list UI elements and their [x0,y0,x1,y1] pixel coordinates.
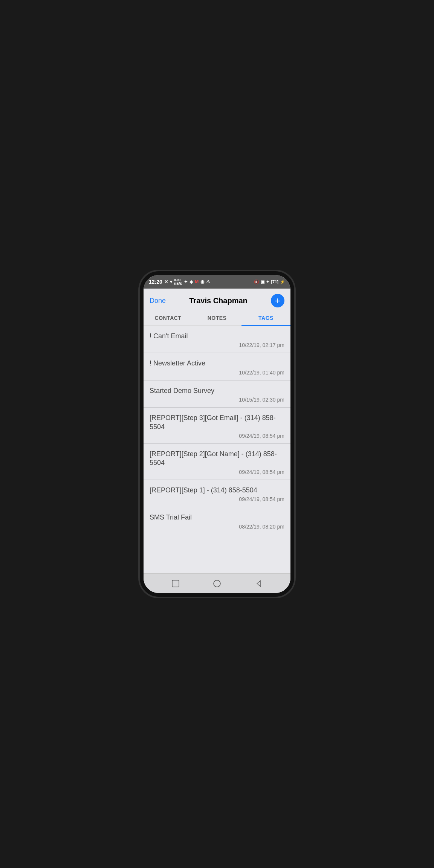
page-title: Travis Chapman [166,296,271,305]
tab-tags[interactable]: TAGS [241,310,290,326]
status-left: 12:20 ✕ ▾ 0.00KB/S ✦ ◈ M ◉ ⚠ [149,278,210,286]
plus-icon: + [275,296,280,306]
tag-label: [REPORT][Step 1] - (314) 858-5504 [150,486,284,495]
charging-icon: ⚡ [280,280,285,284]
status-time: 12:20 [149,279,162,285]
tag-item[interactable]: [REPORT][Step 2][Got Name] - (314) 858-5… [144,444,290,480]
map-icon: ◈ [189,279,193,284]
done-button[interactable]: Done [150,297,166,305]
bluetooth-icon: ✦ [184,279,188,284]
nav-back-icon[interactable] [253,578,264,589]
add-button[interactable]: + [271,294,284,307]
tag-item[interactable]: Started Demo Survey10/15/19, 02:30 pm [144,381,290,408]
battery-level: [71] [271,280,278,284]
svg-rect-0 [172,580,179,587]
tag-label: [REPORT][Step 3][Got Email] - (314) 858-… [150,414,284,431]
tag-label: ! Can't Email [150,332,284,341]
tab-notes[interactable]: NOTES [193,310,241,326]
tag-item[interactable]: [REPORT][Step 1] - (314) 858-550409/24/1… [144,480,290,507]
sim-icon: ✕ [164,279,168,284]
tag-date: 10/22/19, 02:17 pm [150,342,284,348]
status-bar: 12:20 ✕ ▾ 0.00KB/S ✦ ◈ M ◉ ⚠ 🔇 ▣ ✦ [71] … [144,275,290,289]
tag-label: ! Newsletter Active [150,359,284,368]
tag-item[interactable]: ! Newsletter Active10/22/19, 01:40 pm [144,353,290,380]
phone-frame: 12:20 ✕ ▾ 0.00KB/S ✦ ◈ M ◉ ⚠ 🔇 ▣ ✦ [71] … [144,275,290,593]
bt-icon: ✦ [266,280,269,284]
tag-label: [REPORT][Step 2][Got Name] - (314) 858-5… [150,450,284,468]
tag-date: 08/22/19, 08:20 pm [150,524,284,530]
tag-label: Started Demo Survey [150,387,284,395]
tag-date: 09/24/19, 08:54 pm [150,433,284,439]
status-right: 🔇 ▣ ✦ [71] ⚡ [254,280,285,284]
nav-square-icon[interactable] [170,578,181,589]
tab-contact[interactable]: CONTACT [144,310,193,326]
tag-date: 09/24/19, 08:54 pm [150,496,284,502]
extra-icon1: ◉ [200,279,204,284]
tag-date: 10/15/19, 02:30 pm [150,397,284,403]
bottom-nav [144,573,290,593]
wifi-icon: ▾ [170,279,172,284]
speed-indicator: 0.00KB/S [174,278,182,286]
svg-point-1 [214,580,220,587]
header: Done Travis Chapman + [144,289,290,310]
nav-home-icon[interactable] [212,578,222,589]
tab-bar: CONTACT NOTES TAGS [144,310,290,326]
extra-icon2: ⚠ [206,279,210,284]
vibrate-icon: ▣ [261,280,264,284]
tag-label: SMS Trial Fail [150,513,284,522]
tag-date: 09/24/19, 08:54 pm [150,469,284,475]
svg-marker-2 [257,581,261,587]
tag-item[interactable]: ! Can't Email10/22/19, 02:17 pm [144,326,290,353]
tag-item[interactable]: [REPORT][Step 3][Got Email] - (314) 858-… [144,408,290,444]
tag-list: ! Can't Email10/22/19, 02:17 pm! Newslet… [144,326,290,573]
mute-icon: 🔇 [254,280,259,284]
mail-icon: M [195,279,199,284]
tag-item[interactable]: SMS Trial Fail08/22/19, 08:20 pm [144,507,290,534]
app-content: Done Travis Chapman + CONTACT NOTES TAGS… [144,289,290,593]
tag-date: 10/22/19, 01:40 pm [150,370,284,376]
